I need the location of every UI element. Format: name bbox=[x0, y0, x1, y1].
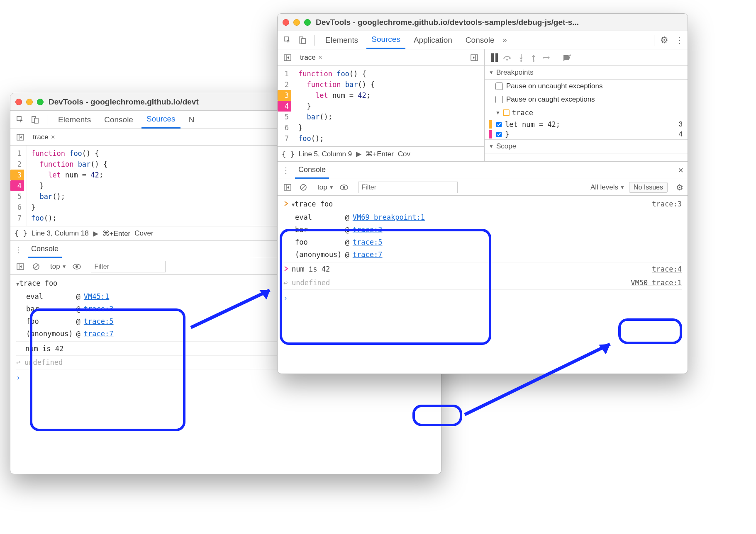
step-into-icon[interactable] bbox=[518, 53, 524, 62]
bp-source-text: } bbox=[505, 130, 679, 138]
source-link[interactable]: VM69 breakpoint:1 bbox=[353, 213, 425, 221]
inspect-icon[interactable] bbox=[282, 34, 293, 46]
inspect-icon[interactable] bbox=[15, 114, 26, 126]
source-link[interactable]: trace:5 bbox=[353, 238, 383, 246]
debugger-toggle-icon[interactable] bbox=[468, 52, 480, 63]
filter-input[interactable] bbox=[91, 261, 166, 272]
source-link[interactable]: trace:4 bbox=[652, 263, 682, 275]
trace-header[interactable]: trace foo bbox=[295, 200, 333, 208]
console-settings-icon[interactable]: ⚙ bbox=[676, 182, 683, 192]
close-icon[interactable] bbox=[283, 19, 289, 26]
close-tab-icon[interactable]: × bbox=[51, 133, 55, 141]
source-link[interactable]: trace:7 bbox=[84, 330, 114, 338]
context-selector[interactable]: top▼ bbox=[50, 262, 67, 271]
trace-header[interactable]: trace foo bbox=[19, 279, 57, 287]
filter-input[interactable] bbox=[358, 182, 458, 193]
source-link[interactable]: trace:7 bbox=[353, 250, 383, 259]
return-caret-icon: ↩ bbox=[16, 357, 24, 368]
deactivate-breakpoints-icon[interactable] bbox=[563, 54, 572, 61]
navigator-toggle-icon[interactable] bbox=[15, 131, 26, 143]
line-gutter[interactable]: 1 2 3 4 5 6 7 bbox=[10, 146, 27, 226]
more-icon[interactable]: ⋮ bbox=[282, 165, 290, 175]
svg-line-31 bbox=[301, 185, 305, 189]
close-icon[interactable] bbox=[15, 99, 22, 105]
stack-frame[interactable]: bar@trace:3 bbox=[295, 224, 427, 235]
tab-sources[interactable]: Sources bbox=[366, 31, 405, 49]
stack-frame[interactable]: eval@VM45:1 bbox=[26, 291, 116, 302]
file-tab-trace[interactable]: trace × bbox=[297, 53, 326, 62]
checkbox[interactable] bbox=[495, 83, 503, 90]
drawer-tab-console[interactable]: Console bbox=[295, 162, 329, 179]
pause-caught-toggle[interactable]: Pause on caught exceptions bbox=[485, 93, 688, 106]
line-gutter[interactable]: 1 2 3 4 5 6 7 bbox=[278, 66, 294, 146]
bp-file-row[interactable]: ▼ trace bbox=[485, 106, 688, 119]
tab-console[interactable]: Console bbox=[461, 31, 500, 49]
format-button[interactable]: { } bbox=[15, 229, 27, 238]
issues-pill[interactable]: No Issues bbox=[629, 182, 668, 193]
step-out-icon[interactable] bbox=[530, 53, 537, 62]
pause-uncaught-toggle[interactable]: Pause on uncaught exceptions bbox=[485, 80, 688, 93]
step-over-icon[interactable] bbox=[503, 54, 512, 61]
more-icon[interactable]: ⋮ bbox=[15, 245, 23, 255]
stack-frame[interactable]: (anonymous)@trace:7 bbox=[26, 328, 116, 340]
maximize-icon[interactable] bbox=[304, 19, 311, 26]
minimize-icon[interactable] bbox=[293, 19, 300, 26]
titlebar: DevTools - googlechrome.github.io/devtoo… bbox=[278, 14, 688, 31]
stack-frame[interactable]: foo@trace:5 bbox=[295, 236, 427, 248]
minimize-icon[interactable] bbox=[26, 99, 33, 105]
stack-frame[interactable]: bar@trace:3 bbox=[26, 303, 116, 315]
source-link[interactable]: VM50 trace:1 bbox=[631, 277, 682, 289]
maximize-icon[interactable] bbox=[37, 99, 44, 105]
tab-console[interactable]: Console bbox=[99, 111, 138, 129]
context-selector[interactable]: top▼ bbox=[317, 183, 334, 192]
more-tabs-icon[interactable]: » bbox=[503, 36, 507, 44]
source-link[interactable]: trace:3 bbox=[84, 305, 114, 313]
levels-selector[interactable]: All levels ▼ bbox=[590, 183, 625, 192]
format-button[interactable]: { } bbox=[282, 150, 295, 158]
clear-console-icon[interactable] bbox=[30, 261, 42, 272]
source-link[interactable]: trace:3 bbox=[353, 226, 383, 234]
more-icon[interactable]: ⋮ bbox=[675, 35, 683, 45]
navigator-toggle-icon[interactable] bbox=[282, 52, 293, 63]
pause-icon[interactable]: ▐▐ bbox=[489, 53, 497, 62]
coverage-label: Cover bbox=[134, 229, 153, 238]
close-drawer-icon[interactable]: × bbox=[678, 165, 683, 176]
tab-application[interactable]: Application bbox=[409, 31, 457, 49]
svg-point-12 bbox=[76, 265, 78, 268]
device-icon[interactable] bbox=[29, 114, 41, 126]
caret-icon bbox=[283, 198, 292, 210]
sidebar-toggle-icon[interactable] bbox=[15, 261, 26, 272]
device-icon[interactable] bbox=[297, 34, 308, 46]
bp-source-text: let num = 42; bbox=[505, 120, 679, 129]
drawer-tab-console[interactable]: Console bbox=[28, 241, 62, 258]
stack-frame[interactable]: (anonymous)@trace:7 bbox=[295, 249, 427, 260]
stack-frame[interactable]: foo@trace:5 bbox=[26, 316, 116, 327]
source-link[interactable]: VM45:1 bbox=[84, 292, 109, 301]
bp-checkbox[interactable] bbox=[496, 132, 502, 137]
source-code[interactable]: function foo() { function bar() { let nu… bbox=[294, 66, 484, 146]
checkbox[interactable] bbox=[495, 96, 503, 103]
sidebar-toggle-icon[interactable] bbox=[282, 182, 293, 193]
breakpoints-header[interactable]: ▼Breakpoints bbox=[485, 66, 688, 80]
prompt-icon[interactable]: › bbox=[283, 294, 288, 302]
tab-elements[interactable]: Elements bbox=[320, 31, 363, 49]
step-icon[interactable] bbox=[543, 54, 551, 61]
bp-line-number: 3 bbox=[679, 120, 683, 129]
stack-frame[interactable]: eval@VM69 breakpoint:1 bbox=[295, 211, 427, 223]
file-tab-label: trace bbox=[33, 133, 49, 141]
tab-sources[interactable]: Sources bbox=[141, 111, 180, 129]
settings-icon[interactable]: ⚙ bbox=[660, 35, 668, 46]
close-tab-icon[interactable]: × bbox=[318, 53, 322, 62]
clear-console-icon[interactable] bbox=[298, 182, 309, 193]
bp-checkbox[interactable] bbox=[496, 122, 502, 127]
tab-elements[interactable]: Elements bbox=[53, 111, 96, 129]
file-tab-trace[interactable]: trace × bbox=[29, 133, 59, 141]
live-expr-icon[interactable] bbox=[338, 182, 350, 193]
prompt-icon[interactable]: › bbox=[16, 374, 20, 382]
tab-next[interactable]: N bbox=[184, 111, 195, 129]
source-link[interactable]: trace:3 bbox=[652, 198, 682, 210]
cursor-position: Line 5, Column 9 bbox=[299, 150, 352, 158]
live-expr-icon[interactable] bbox=[71, 261, 83, 272]
scope-header[interactable]: ▼Scope bbox=[485, 139, 688, 153]
source-link[interactable]: trace:5 bbox=[84, 317, 114, 325]
